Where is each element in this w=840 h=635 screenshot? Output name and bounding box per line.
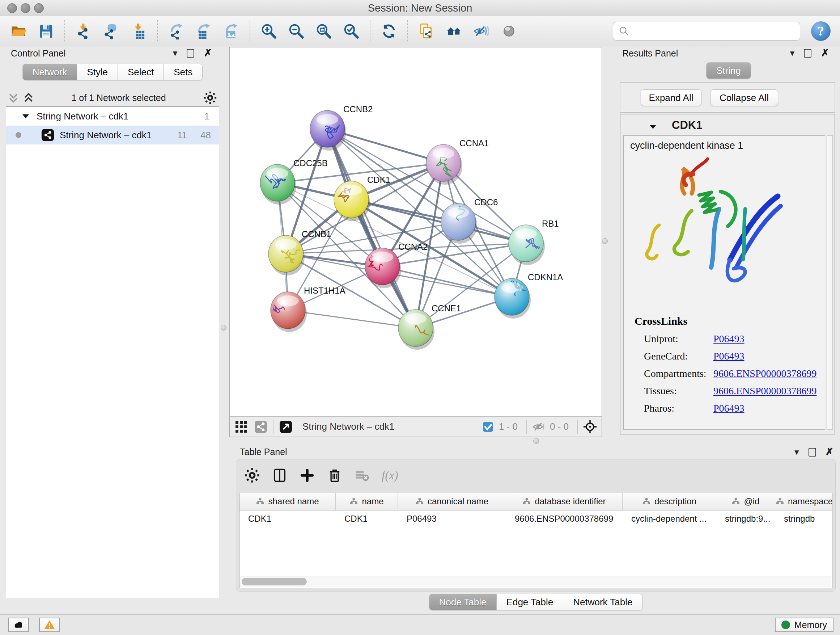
caret-down-icon[interactable] — [21, 111, 31, 121]
network-node-ccnb2[interactable] — [310, 111, 346, 150]
birdseye-view-icon[interactable] — [279, 420, 293, 434]
network-node-ccna1[interactable] — [426, 144, 462, 185]
network-node-ccna2[interactable] — [365, 248, 401, 288]
panel-float-icon[interactable] — [808, 448, 816, 456]
panel-close-icon[interactable]: ✗ — [826, 448, 834, 456]
tab-sets[interactable]: Sets — [164, 64, 202, 80]
memory-button[interactable]: Memory — [775, 618, 834, 632]
refresh-view-button[interactable] — [381, 23, 397, 40]
warnings-button[interactable] — [39, 618, 60, 632]
tab-network-table[interactable]: Network Table — [563, 594, 643, 610]
caret-down-icon[interactable] — [648, 122, 658, 132]
import-database-button[interactable] — [103, 23, 119, 40]
tab-string[interactable]: String — [706, 62, 751, 79]
string-document-button[interactable] — [418, 23, 435, 40]
table-horizontal-scrollbar[interactable] — [240, 576, 831, 587]
open-session-button[interactable] — [10, 23, 27, 40]
crosslink-link[interactable]: P06493 — [714, 402, 745, 414]
tab-network[interactable]: Network — [22, 64, 77, 80]
column-header-database-identifier[interactable]: database identifier — [506, 493, 622, 510]
network-node-hist1h1a[interactable] — [266, 292, 307, 332]
share-view-icon[interactable] — [254, 420, 268, 434]
crosslink-link[interactable]: P06493 — [714, 350, 745, 362]
export-network-button[interactable] — [168, 23, 185, 40]
collapse-all-button[interactable]: Collapse All — [710, 89, 778, 106]
zoom-selected-button[interactable] — [343, 23, 360, 40]
import-table-button[interactable] — [130, 23, 147, 40]
import-network-button[interactable] — [75, 23, 92, 40]
panel-collapse-icon[interactable]: ▾ — [173, 49, 178, 57]
export-image-icon — [223, 23, 240, 40]
collapse-all-icon[interactable] — [8, 92, 19, 103]
search-box[interactable] — [613, 22, 800, 41]
panel-float-icon[interactable] — [187, 49, 194, 57]
hidden-eye-icon[interactable] — [532, 420, 546, 434]
cloud-button[interactable] — [8, 618, 29, 632]
column-header-canonical-name[interactable]: canonical name — [398, 493, 506, 510]
home-pages-button[interactable] — [446, 23, 462, 40]
column-header-namespace[interactable]: namespace — [775, 493, 832, 510]
control-panel: Control Panel ▾ ✗ NetworkStyleSelectSets — [0, 46, 225, 606]
table-cell[interactable]: CDK1 — [336, 510, 398, 527]
panel-collapse-icon[interactable]: ▾ — [790, 49, 795, 57]
zoom-out-button[interactable] — [288, 23, 305, 40]
tab-edge-table[interactable]: Edge Table — [497, 594, 564, 610]
tab-select[interactable]: Select — [118, 64, 164, 80]
delete-column-icon[interactable] — [327, 467, 343, 483]
column-header-name[interactable]: name — [336, 493, 398, 510]
panel-close-icon[interactable]: ✗ — [821, 49, 829, 57]
table-row[interactable]: CDK1CDK1P064939606.ENSP00000378699cyclin… — [240, 510, 832, 527]
network-node-cdk1[interactable] — [334, 181, 370, 221]
export-table-button[interactable] — [195, 23, 212, 40]
scrollbar-thumb[interactable] — [242, 578, 307, 585]
zoom-fit-button[interactable] — [316, 23, 332, 40]
hide-graphics-details-button[interactable] — [473, 23, 490, 40]
save-session-button[interactable] — [38, 23, 54, 40]
column-header-id[interactable]: @id — [716, 493, 775, 510]
crosslink-link[interactable]: 9606.ENSP00000378699 — [714, 368, 816, 379]
tab-node-table[interactable]: Node Table — [429, 594, 497, 610]
panel-close-icon[interactable]: ✗ — [204, 49, 212, 57]
right-splitter-handle[interactable] — [602, 238, 608, 244]
expand-all-icon[interactable] — [23, 92, 34, 103]
left-splitter-handle[interactable] — [221, 325, 226, 331]
crosslink-link[interactable]: 9606.ENSP00000378699 — [714, 385, 816, 397]
column-header-shared-name[interactable]: shared name — [240, 493, 336, 510]
network-canvas[interactable]: CCNB2CCNA1CDC25BCDK1CDC6RB1CCNB1CCNA2CDK… — [230, 48, 602, 416]
network-options-gear-icon[interactable] — [203, 91, 217, 105]
selected-checkbox-icon[interactable] — [481, 420, 495, 434]
network-node-cdc25b[interactable] — [260, 165, 296, 204]
table-cell[interactable]: CDK1 — [240, 510, 336, 527]
grid-view-icon[interactable] — [234, 420, 248, 434]
table-cell[interactable]: 9606.ENSP00000378699 — [506, 510, 622, 527]
expand-all-button[interactable]: Expand All — [641, 89, 701, 106]
tab-style[interactable]: Style — [77, 64, 118, 80]
panel-collapse-icon[interactable]: ▾ — [794, 448, 799, 456]
table-cell[interactable]: stringdb:9... — [716, 510, 775, 527]
network-edge[interactable] — [382, 266, 512, 297]
panel-float-icon[interactable] — [804, 49, 812, 57]
network-collection-row[interactable]: String Network – cdk1 1 — [6, 107, 219, 126]
network-node-rb1[interactable] — [508, 225, 545, 265]
network-row-selected[interactable]: String Network – cdk1 11 48 — [6, 126, 219, 144]
column-header-description[interactable]: description — [622, 493, 716, 510]
table-cell[interactable]: cyclin-dependent ... — [622, 510, 716, 527]
crosslink-link[interactable]: P06493 — [714, 333, 745, 345]
help-button[interactable]: ? — [811, 21, 831, 41]
add-column-icon[interactable] — [299, 467, 315, 483]
network-node-cdkn1a[interactable] — [494, 279, 531, 318]
zoom-in-button[interactable] — [261, 23, 277, 40]
table-cell[interactable]: stringdb — [775, 510, 832, 527]
network-node-ccne1[interactable] — [398, 310, 444, 356]
bottom-splitter-handle[interactable] — [533, 438, 539, 444]
export-image-button[interactable] — [223, 23, 240, 40]
table-options-gear-icon[interactable] — [244, 467, 260, 483]
memory-label: Memory — [794, 620, 827, 630]
table-cell[interactable]: P06493 — [398, 510, 506, 527]
results-scrollbar[interactable] — [827, 135, 833, 430]
show-columns-icon[interactable] — [272, 467, 287, 483]
fit-crosshair-icon[interactable] — [583, 420, 597, 434]
search-input[interactable] — [633, 25, 796, 37]
network-edge[interactable] — [288, 310, 416, 328]
show-graphics-details-button[interactable] — [501, 23, 517, 40]
